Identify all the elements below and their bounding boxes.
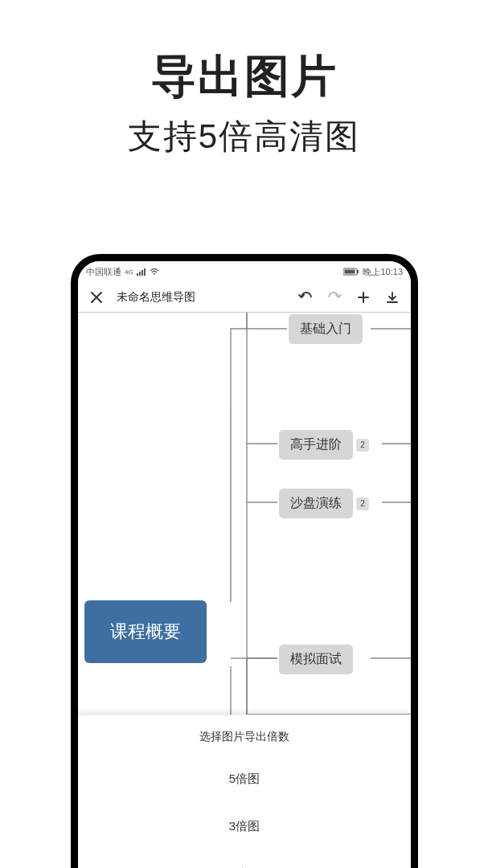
svg-point-4 xyxy=(154,273,155,275)
node-label: 模拟面试 xyxy=(290,652,342,665)
svg-rect-7 xyxy=(345,270,355,274)
mindmap-node[interactable]: 高手进阶 2 xyxy=(279,430,353,460)
svg-rect-3 xyxy=(144,268,146,276)
child-count-badge: 2 xyxy=(356,497,369,510)
mindmap-node[interactable]: 模拟面试 xyxy=(279,645,353,674)
promo-title: 导出图片 xyxy=(0,47,488,108)
redo-icon[interactable] xyxy=(322,285,347,309)
add-icon[interactable] xyxy=(351,285,375,309)
mindmap-node[interactable]: 基础入门 xyxy=(289,314,363,344)
svg-rect-0 xyxy=(137,273,138,276)
svg-rect-2 xyxy=(141,270,143,276)
battery-icon xyxy=(343,268,359,276)
node-label: 高手进阶 xyxy=(290,437,342,451)
carrier-label: 中国联通 xyxy=(86,266,121,278)
phone-frame: 中国联通 4G 晚上10:13 xyxy=(71,254,418,868)
close-icon[interactable] xyxy=(84,285,109,309)
status-time: 晚上10:13 xyxy=(363,266,403,278)
promo-subtitle: 支持5倍高清图 xyxy=(0,114,488,159)
mindmap-root-node[interactable]: 课程概要 xyxy=(84,600,207,663)
node-label: 基础入门 xyxy=(300,321,351,335)
undo-icon[interactable] xyxy=(293,285,318,309)
app-toolbar: 未命名思维导图 xyxy=(78,282,411,313)
wifi-icon xyxy=(150,268,159,276)
node-label: 沙盘演练 xyxy=(290,496,342,510)
sheet-title: 选择图片导出倍数 xyxy=(78,715,411,755)
signal-icon xyxy=(137,268,146,276)
child-count-badge: 2 xyxy=(356,439,369,452)
svg-rect-1 xyxy=(139,272,141,276)
export-sheet: 选择图片导出倍数 5倍图 3倍图 1倍图 xyxy=(78,714,411,868)
svg-rect-6 xyxy=(357,270,359,273)
export-option-1x[interactable]: 1倍图 xyxy=(78,850,411,868)
mindmap-node[interactable]: 沙盘演练 2 xyxy=(279,489,353,518)
status-bar: 中国联通 4G 晚上10:13 xyxy=(78,261,411,282)
network-label: 4G xyxy=(125,268,133,276)
export-option-5x[interactable]: 5倍图 xyxy=(78,755,411,803)
node-label: 课程概要 xyxy=(110,621,181,641)
document-title: 未命名思维导图 xyxy=(117,290,195,305)
download-icon[interactable] xyxy=(380,285,404,309)
export-option-3x[interactable]: 3倍图 xyxy=(78,803,411,850)
